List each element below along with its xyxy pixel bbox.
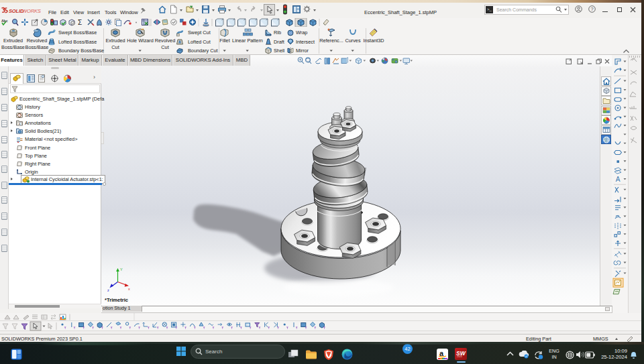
svg-text:Cut: Cut: [111, 44, 119, 50]
svg-text:A: A: [18, 123, 20, 126]
svg-text:Swept Boss/Base: Swept Boss/Base: [58, 29, 97, 36]
svg-text:Wrap: Wrap: [296, 29, 307, 36]
svg-text:Referenc...: Referenc...: [319, 38, 343, 44]
svg-text:Revolved: Revolved: [155, 38, 175, 44]
svg-text:Y: Y: [120, 267, 123, 271]
svg-text:Linear Pattern: Linear Pattern: [232, 38, 263, 44]
svg-text:?: ?: [590, 6, 593, 12]
svg-text:Instant3D: Instant3D: [363, 38, 384, 44]
svg-text:Boss/Base: Boss/Base: [25, 44, 49, 50]
svg-text:x: x: [128, 287, 130, 291]
svg-text:Boss/Base: Boss/Base: [1, 44, 25, 50]
svg-text:Extruded: Extruded: [105, 38, 125, 44]
svg-text:Fillet: Fillet: [219, 38, 229, 44]
svg-text:Mirror: Mirror: [296, 48, 309, 54]
svg-text:Abc: Abc: [1, 19, 8, 23]
svg-text:Curves: Curves: [345, 38, 360, 44]
svg-text:Intersect: Intersect: [296, 39, 315, 45]
svg-text:Swept Cut: Swept Cut: [188, 29, 211, 36]
svg-text:Rib: Rib: [274, 29, 281, 36]
svg-text:Revolved: Revolved: [27, 38, 47, 44]
svg-text:Lofted Cut: Lofted Cut: [188, 39, 211, 45]
svg-text:Hole Wizard: Hole Wizard: [127, 38, 154, 44]
svg-text:Shell: Shell: [274, 48, 285, 54]
svg-text:Cut: Cut: [161, 44, 168, 50]
svg-text:Boundary Cut: Boundary Cut: [188, 48, 218, 54]
svg-text:Σ: Σ: [78, 19, 82, 26]
svg-text:Lofted Boss/Base: Lofted Boss/Base: [58, 39, 97, 45]
svg-text:A: A: [616, 176, 621, 183]
svg-text:WORKS: WORKS: [22, 8, 41, 14]
svg-text:Boundary Boss/Base: Boundary Boss/Base: [58, 48, 104, 54]
svg-text:Extruded: Extruded: [3, 38, 23, 44]
svg-text:z: z: [107, 288, 109, 292]
svg-text:Draft: Draft: [274, 39, 284, 45]
